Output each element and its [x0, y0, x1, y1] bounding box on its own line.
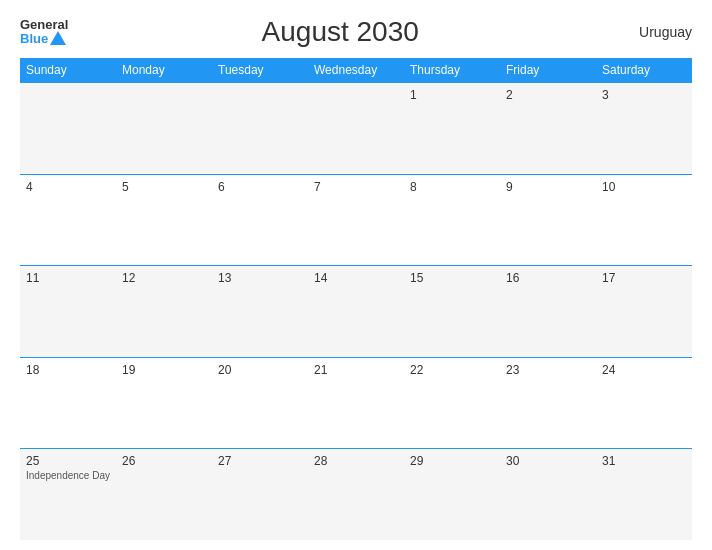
weekday-header-sunday: Sunday: [20, 58, 116, 83]
event-label: Independence Day: [26, 470, 110, 481]
day-number: 11: [26, 271, 110, 285]
calendar-title: August 2030: [68, 16, 612, 48]
weekday-header-saturday: Saturday: [596, 58, 692, 83]
day-number: 21: [314, 363, 398, 377]
calendar-day-cell: 28: [308, 449, 404, 541]
calendar-day-cell: [116, 83, 212, 175]
calendar-day-cell: 10: [596, 174, 692, 266]
calendar-day-cell: 4: [20, 174, 116, 266]
calendar-day-cell: 7: [308, 174, 404, 266]
calendar-day-cell: 14: [308, 266, 404, 358]
calendar-day-cell: 3: [596, 83, 692, 175]
day-number: 10: [602, 180, 686, 194]
calendar-day-cell: 18: [20, 357, 116, 449]
day-number: 24: [602, 363, 686, 377]
day-number: 4: [26, 180, 110, 194]
calendar-day-cell: 1: [404, 83, 500, 175]
calendar-day-cell: 22: [404, 357, 500, 449]
day-number: 26: [122, 454, 206, 468]
calendar-day-cell: 8: [404, 174, 500, 266]
day-number: 2: [506, 88, 590, 102]
weekday-header-wednesday: Wednesday: [308, 58, 404, 83]
day-number: 14: [314, 271, 398, 285]
day-number: 29: [410, 454, 494, 468]
calendar-day-cell: 2: [500, 83, 596, 175]
day-number: 19: [122, 363, 206, 377]
weekday-header-tuesday: Tuesday: [212, 58, 308, 83]
calendar-day-cell: 5: [116, 174, 212, 266]
day-number: 27: [218, 454, 302, 468]
calendar-day-cell: 17: [596, 266, 692, 358]
day-number: 3: [602, 88, 686, 102]
calendar-day-cell: 29: [404, 449, 500, 541]
calendar-day-cell: 23: [500, 357, 596, 449]
calendar-day-cell: [20, 83, 116, 175]
day-number: 5: [122, 180, 206, 194]
calendar-day-cell: 19: [116, 357, 212, 449]
day-number: 8: [410, 180, 494, 194]
calendar-page: General Blue August 2030 Uruguay SundayM…: [0, 0, 712, 550]
day-number: 28: [314, 454, 398, 468]
calendar-day-cell: 31: [596, 449, 692, 541]
day-number: 16: [506, 271, 590, 285]
calendar-day-cell: [212, 83, 308, 175]
calendar-day-cell: 16: [500, 266, 596, 358]
calendar-week-row: 18192021222324: [20, 357, 692, 449]
day-number: 30: [506, 454, 590, 468]
calendar-week-row: 25Independence Day262728293031: [20, 449, 692, 541]
calendar-day-cell: 11: [20, 266, 116, 358]
day-number: 9: [506, 180, 590, 194]
calendar-day-cell: [308, 83, 404, 175]
calendar-header: General Blue August 2030 Uruguay: [20, 16, 692, 48]
calendar-day-cell: 20: [212, 357, 308, 449]
calendar-day-cell: 6: [212, 174, 308, 266]
weekday-header-thursday: Thursday: [404, 58, 500, 83]
calendar-day-cell: 13: [212, 266, 308, 358]
calendar-day-cell: 21: [308, 357, 404, 449]
calendar-day-cell: 27: [212, 449, 308, 541]
calendar-day-cell: 26: [116, 449, 212, 541]
calendar-header-row: SundayMondayTuesdayWednesdayThursdayFrid…: [20, 58, 692, 83]
logo-general-text: General: [20, 18, 68, 31]
calendar-week-row: 11121314151617: [20, 266, 692, 358]
calendar-week-row: 45678910: [20, 174, 692, 266]
day-number: 31: [602, 454, 686, 468]
day-number: 6: [218, 180, 302, 194]
calendar-table: SundayMondayTuesdayWednesdayThursdayFrid…: [20, 58, 692, 540]
day-number: 12: [122, 271, 206, 285]
calendar-day-cell: 15: [404, 266, 500, 358]
day-number: 17: [602, 271, 686, 285]
day-number: 23: [506, 363, 590, 377]
day-number: 20: [218, 363, 302, 377]
calendar-day-cell: 24: [596, 357, 692, 449]
calendar-day-cell: 9: [500, 174, 596, 266]
day-number: 18: [26, 363, 110, 377]
calendar-week-row: 123: [20, 83, 692, 175]
calendar-day-cell: 30: [500, 449, 596, 541]
calendar-day-cell: 25Independence Day: [20, 449, 116, 541]
day-number: 1: [410, 88, 494, 102]
calendar-day-cell: 12: [116, 266, 212, 358]
logo: General Blue: [20, 18, 68, 47]
day-number: 15: [410, 271, 494, 285]
day-number: 25: [26, 454, 110, 468]
day-number: 22: [410, 363, 494, 377]
weekday-header-friday: Friday: [500, 58, 596, 83]
weekday-header-monday: Monday: [116, 58, 212, 83]
logo-blue-text: Blue: [20, 32, 48, 45]
country-label: Uruguay: [612, 24, 692, 40]
day-number: 7: [314, 180, 398, 194]
day-number: 13: [218, 271, 302, 285]
logo-triangle-icon: [50, 31, 66, 45]
